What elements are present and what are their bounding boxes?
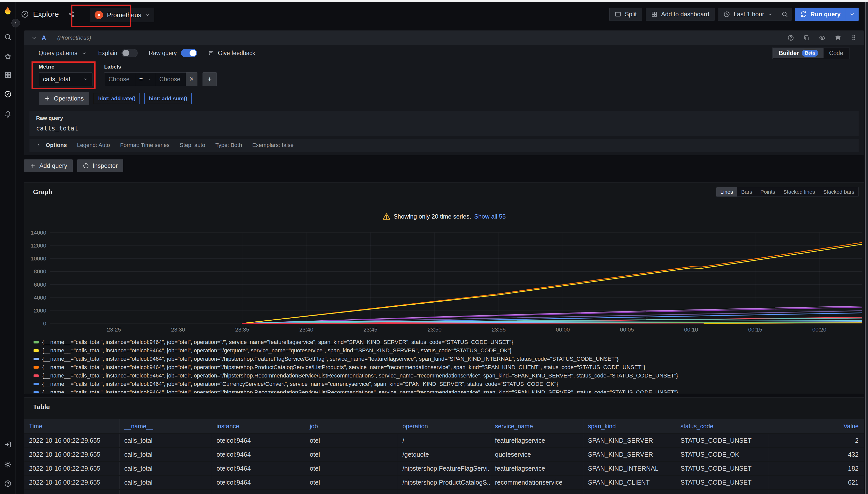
table-cell: STATUS_CODE_OK — [676, 448, 768, 461]
operations-label: Operations — [54, 95, 84, 102]
table-cell: 2022-10-16 00:22:29.655 — [24, 476, 120, 489]
metric-value: calls_total — [43, 76, 70, 83]
chevron-down-icon — [147, 77, 151, 82]
metric-select[interactable]: calls_total — [39, 72, 92, 86]
run-query-options-caret[interactable] — [846, 7, 858, 21]
table-cell: calls_total — [120, 476, 212, 489]
legend-swatch — [34, 383, 39, 385]
legend-item-3[interactable]: {__name__="calls_total", instance="otelc… — [34, 363, 857, 372]
chevron-down-icon — [849, 11, 855, 18]
add-to-dashboard-button[interactable]: Add to dashboard — [646, 7, 715, 21]
query-row-header[interactable]: A (Prometheus) — [24, 31, 864, 45]
graph-panel: Graph LinesBarsPointsStacked linesStacke… — [24, 182, 864, 394]
column-header-operation[interactable]: operation — [398, 419, 490, 433]
builder-mode-tab[interactable]: Builder Beta — [773, 48, 824, 58]
table-cell: featureflagservice — [490, 434, 583, 447]
collapse-chevron-icon[interactable] — [31, 35, 37, 41]
label-operator-select[interactable]: = — [135, 72, 155, 86]
grafana-logo[interactable] — [0, 4, 16, 18]
table-cell: STATUS_CODE_UNSET — [676, 476, 768, 489]
drag-handle-icon[interactable] — [850, 35, 857, 41]
toggle-visibility-eye-icon[interactable] — [819, 35, 826, 41]
legend-item-2[interactable]: {__name__="calls_total", instance="otelc… — [34, 355, 857, 363]
graph-mode-lines[interactable]: Lines — [716, 187, 737, 196]
sign-in-icon[interactable] — [0, 437, 16, 452]
query-patterns-dropdown[interactable]: Query patterns — [39, 50, 87, 57]
table-cell: SPAN_KIND_CLIENT — [583, 476, 676, 489]
column-header-job[interactable]: job — [305, 419, 398, 433]
column-header-status_code[interactable]: status_code — [676, 419, 768, 433]
show-all-series-link[interactable]: Show all 55 — [474, 213, 506, 220]
search-icon[interactable] — [0, 30, 16, 44]
hint-button-0[interactable]: hint: add rate() — [94, 93, 140, 104]
legend-label: {__name__="calls_total", instance="otelc… — [42, 381, 558, 387]
table-cell: otelcol:9464 — [212, 476, 305, 489]
add-label-filter-button[interactable]: + — [202, 72, 217, 86]
table-cell: calls_total — [120, 448, 212, 461]
time-series-chart[interactable]: 23:2523:3023:3523:4023:4523:5023:5500:00… — [31, 229, 864, 335]
raw-query-preview: Raw query calls_total — [30, 111, 858, 136]
raw-query-toggle[interactable] — [181, 49, 197, 57]
inspector-button[interactable]: Inspector — [77, 159, 123, 172]
datasource-picker[interactable]: Prometheus — [90, 7, 154, 22]
graph-mode-points[interactable]: Points — [756, 187, 779, 196]
window-scrollbar[interactable] — [865, 2, 868, 494]
column-header-time[interactable]: Time — [24, 419, 120, 433]
add-query-label: Add query — [39, 162, 67, 169]
give-feedback-link[interactable]: Give feedback — [209, 50, 255, 57]
alerting-icon[interactable] — [0, 107, 16, 121]
query-options-row[interactable]: Options Legend: AutoFormat: Time seriesS… — [30, 139, 858, 152]
graph-mode-stacked-bars[interactable]: Stacked bars — [819, 187, 858, 196]
chevron-down-icon — [145, 13, 150, 18]
column-header-span_kind[interactable]: span_kind — [583, 419, 676, 433]
run-query-button[interactable]: Run query — [795, 7, 858, 21]
page-title: Explore — [33, 10, 59, 19]
code-mode-tab[interactable]: Code — [824, 48, 849, 58]
svg-text:12000: 12000 — [31, 243, 46, 249]
plus-icon — [44, 95, 50, 101]
legend-item-4[interactable]: {__name__="calls_total", instance="otelc… — [34, 372, 857, 380]
graph-mode-stacked-lines[interactable]: Stacked lines — [779, 187, 819, 196]
label-key-select[interactable]: Choose — [104, 72, 135, 86]
legend-item-1[interactable]: {__name__="calls_total", instance="otelc… — [34, 346, 857, 355]
legend-item-5[interactable]: {__name__="calls_total", instance="otelc… — [34, 380, 857, 388]
svg-text:00:05: 00:05 — [620, 326, 634, 333]
legend-swatch — [34, 375, 39, 377]
split-icon — [615, 11, 621, 18]
explore-icon[interactable] — [0, 87, 16, 101]
hint-button-1[interactable]: hint: add sum() — [144, 93, 192, 104]
column-header-instance[interactable]: instance — [212, 419, 305, 433]
column-header-service_name[interactable]: service_name — [490, 419, 583, 433]
starred-icon[interactable] — [0, 50, 16, 64]
zoom-out-button[interactable] — [778, 7, 792, 21]
legend-item-6[interactable]: {__name__="calls_total", instance="otelc… — [34, 388, 857, 393]
time-range-picker[interactable]: Last 1 hour — [718, 7, 778, 21]
duplicate-query-icon[interactable] — [803, 35, 810, 41]
svg-text:23:45: 23:45 — [363, 326, 377, 333]
legend-item-0[interactable]: {__name__="calls_total", instance="otelc… — [34, 338, 857, 346]
expand-sidebar-button[interactable] — [12, 19, 20, 27]
add-query-button[interactable]: Add query — [24, 159, 73, 172]
table-cell: / — [398, 434, 490, 447]
label-value-select[interactable]: Choose — [155, 72, 186, 86]
split-button[interactable]: Split — [609, 7, 642, 21]
prometheus-icon — [94, 11, 104, 20]
window-top-strip — [0, 0, 868, 2]
dashboards-icon[interactable] — [0, 68, 16, 82]
column-header-__name__[interactable]: __name__ — [120, 419, 212, 433]
table-cell: quoteservice — [490, 448, 583, 461]
remove-label-filter-button[interactable]: ✕ — [186, 72, 197, 86]
column-header-value[interactable]: Value — [768, 419, 864, 433]
table-cell: 2022-10-16 00:22:29.655 — [24, 462, 120, 475]
share-icon[interactable] — [68, 11, 75, 18]
explain-toggle[interactable] — [122, 49, 138, 57]
help-icon[interactable] — [0, 476, 16, 491]
legend-swatch — [34, 341, 39, 343]
table-cell: /hipstershop.ProductCatalogS... — [398, 476, 490, 489]
delete-query-trash-icon[interactable] — [835, 35, 841, 41]
query-help-icon[interactable] — [788, 35, 794, 41]
operations-button[interactable]: Operations — [39, 92, 89, 105]
table-row-2: 2022-10-16 00:22:29.655calls_totalotelco… — [24, 462, 864, 475]
settings-gear-icon[interactable] — [0, 457, 16, 472]
graph-mode-bars[interactable]: Bars — [737, 187, 756, 196]
